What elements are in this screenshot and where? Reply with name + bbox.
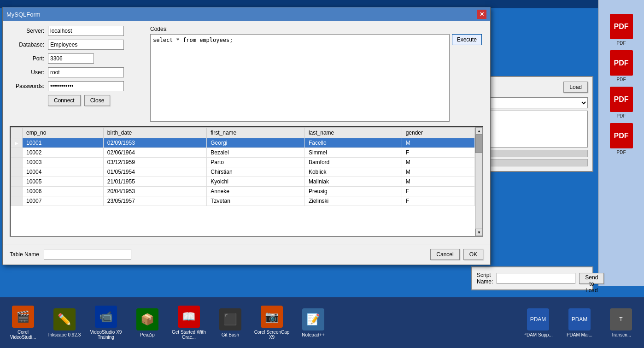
table-row[interactable]: 1000401/05/1954ChirstianKoblickM	[11, 167, 475, 177]
database-input[interactable]	[48, 40, 124, 50]
pdf-icon-4[interactable]: PDF PDF	[610, 123, 633, 155]
load-button[interactable]: Load	[563, 82, 588, 93]
passwords-input[interactable]	[48, 81, 124, 91]
taskbar-item-pdam-supp[interactable]: PDAM PDAM Supp...	[520, 308, 556, 337]
taskbar-item-pdam-mai[interactable]: PDAM PDAM Mai...	[561, 308, 598, 337]
col-indicator	[11, 128, 23, 138]
table-name-label: Table Name	[10, 251, 39, 258]
cell-last_name-3: Koblick	[304, 167, 402, 177]
taskbar-item-peazip[interactable]: 📦 PeaZip	[129, 308, 166, 337]
cell-last_name-4: Maliniak	[304, 177, 402, 187]
dialog-bottom: Table Name Cancel OK	[3, 244, 490, 265]
cancel-button[interactable]: Cancel	[430, 249, 459, 260]
table-row[interactable]: ▶1000102/09/1953GeorgiFacelloM	[11, 138, 475, 148]
script-name-input[interactable]	[497, 273, 575, 284]
row-indicator-2	[11, 158, 23, 167]
taskbar-item-notepad[interactable]: 📝 Notepad++	[295, 308, 332, 337]
user-label: User:	[10, 69, 44, 76]
vertical-scrollbar[interactable]: ▲ ▼	[475, 127, 482, 236]
pdf-logo-2: PDF	[610, 50, 633, 76]
taskbar-item-videostudio[interactable]: 📹 VideoStudio X9 Training	[88, 306, 124, 340]
cell-last_name-0: Facello	[304, 138, 402, 148]
code-section: Codes: select * from employees; Execute	[150, 26, 482, 122]
col-last-name: last_name	[304, 128, 402, 138]
ok-button[interactable]: OK	[463, 249, 483, 260]
pdf-icon-3[interactable]: PDF PDF	[610, 87, 633, 118]
send-to-load-button[interactable]: Send to Load	[579, 273, 604, 284]
connect-button[interactable]: Connect	[48, 95, 81, 106]
col-first-name: first_name	[207, 128, 305, 138]
database-label: Database:	[10, 41, 44, 48]
scroll-track	[475, 135, 482, 229]
horizontal-scrollbar[interactable]: ◀ ▶	[11, 236, 482, 237]
dropdown-area	[477, 97, 588, 108]
scroll-up-arrow[interactable]: ▲	[475, 127, 483, 135]
table-row[interactable]: 1000521/01/1955KyoichiMaliniakM	[11, 177, 475, 187]
pdf-label-3: PDF	[617, 113, 626, 118]
table-row[interactable]: 1000723/05/1957TzvetanZielinskiF	[11, 196, 475, 206]
taskbar-item-transcri[interactable]: T Transcri...	[603, 308, 639, 337]
scroll-bar-2[interactable]	[477, 159, 588, 166]
taskbar-label-screencap: Corel ScreenCap X9	[253, 330, 290, 340]
taskbar-item-gitbash[interactable]: ⬛ Git Bash	[212, 308, 249, 337]
taskbar-label-gitbash: Git Bash	[222, 332, 239, 337]
cell-birth_date-4: 21/01/1955	[103, 177, 206, 187]
server-input[interactable]	[48, 26, 124, 36]
dialog-titlebar: MySQLForm ✕	[3, 7, 490, 21]
pdam-supp-icon: PDAM	[527, 308, 549, 330]
load-dropdown[interactable]	[477, 97, 588, 108]
h-scroll-thumb[interactable]	[18, 236, 202, 237]
cell-first_name-4: Kyoichi	[207, 177, 305, 187]
cell-gender-4: M	[402, 177, 474, 187]
load-list-area[interactable]	[477, 111, 588, 147]
cell-birth_date-1: 02/06/1964	[103, 148, 206, 158]
cell-birth_date-2: 03/12/1959	[103, 158, 206, 167]
table-name-input[interactable]	[44, 249, 131, 260]
taskbar-item-screencap[interactable]: 📷 Corel ScreenCap X9	[253, 306, 290, 340]
pdf-icon-1[interactable]: PDF PDF	[610, 14, 633, 46]
user-row: User:	[10, 67, 143, 77]
cell-first_name-0: Georgi	[207, 138, 305, 148]
table-row[interactable]: 1000620/04/1953AnnekePreusigF	[11, 187, 475, 196]
pdf-icon-2[interactable]: PDF PDF	[610, 50, 633, 82]
scroll-thumb[interactable]	[475, 135, 482, 153]
passwords-row: Passwords:	[10, 81, 143, 91]
h-scroll-track	[18, 236, 475, 237]
taskbar-item-inkscape[interactable]: ✏️ Inkscape 0.92.3	[46, 308, 83, 337]
scroll-left-arrow[interactable]: ◀	[11, 236, 18, 237]
cell-emp_no-6: 10007	[23, 196, 104, 206]
scroll-bar-1[interactable]	[477, 150, 588, 157]
dialog-close-button[interactable]: ✕	[477, 10, 486, 19]
taskbar-item-corel-video[interactable]: 🎬 Corel VideoStudi...	[5, 306, 41, 340]
table-row[interactable]: 1000202/06/1964BezalelSimmelF	[11, 148, 475, 158]
scroll-right-arrow[interactable]: ▶	[475, 236, 482, 237]
sql-textarea[interactable]: select * from employees;	[150, 34, 450, 122]
dialog-action-buttons: Cancel OK	[430, 249, 483, 260]
user-input[interactable]	[48, 67, 124, 77]
transcri-icon: T	[610, 308, 632, 330]
port-input[interactable]	[48, 53, 94, 64]
cell-birth_date-5: 20/04/1953	[103, 187, 206, 196]
table-row[interactable]: 1000303/12/1959PartoBamfordM	[11, 158, 475, 167]
screencap-icon: 📷	[261, 306, 283, 328]
execute-button[interactable]: Execute	[452, 34, 482, 45]
taskbar-label-peazip: PeaZip	[140, 332, 155, 337]
database-row: Database:	[10, 40, 143, 50]
close-form-button[interactable]: Close	[84, 95, 111, 106]
dialog-body: Server: Database: Port: User: Passwords:	[3, 21, 490, 244]
pdam-mai-icon: PDAM	[568, 308, 591, 330]
row-indicator-5	[11, 187, 23, 196]
cell-emp_no-4: 10005	[23, 177, 104, 187]
scroll-down-arrow[interactable]: ▼	[475, 229, 483, 236]
inkscape-icon: ✏️	[53, 308, 76, 330]
cell-emp_no-3: 10004	[23, 167, 104, 177]
cell-gender-1: F	[402, 148, 474, 158]
taskbar-label-pdam-supp: PDAM Supp...	[523, 332, 552, 337]
taskbar-item-oracle[interactable]: 📖 Get Started With Orac...	[170, 306, 207, 340]
taskbar-label-videostudio: VideoStudio X9 Training	[88, 330, 124, 340]
table-content[interactable]: emp_no birth_date first_name last_name g…	[11, 127, 475, 236]
passwords-label: Passwords:	[10, 83, 44, 89]
corel-video-icon: 🎬	[12, 306, 34, 328]
row-indicator-3	[11, 167, 23, 177]
cell-gender-3: M	[402, 167, 474, 177]
